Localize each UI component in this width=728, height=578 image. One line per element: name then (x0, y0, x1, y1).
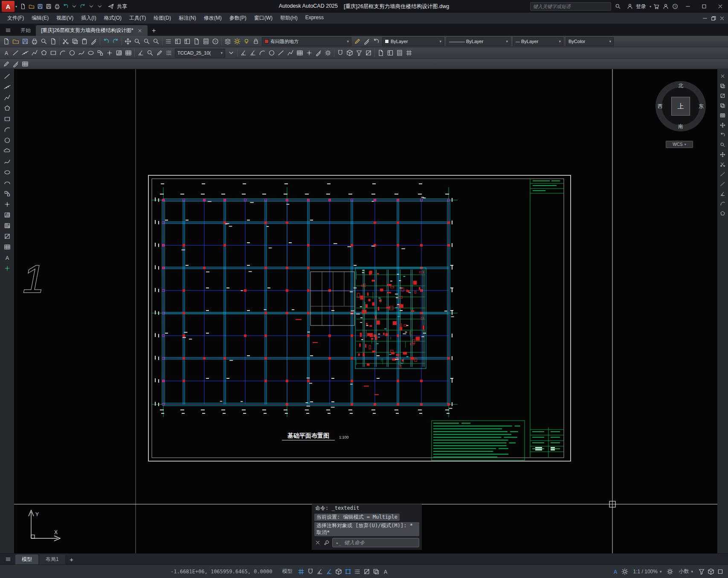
help-icon[interactable]: ? (671, 2, 679, 11)
menu-item[interactable]: 文件(F) (3, 15, 28, 22)
polyline-icon[interactable] (2, 93, 12, 102)
edit-polyline-icon[interactable] (2, 59, 11, 68)
dynamic-input-icon[interactable]: A (381, 567, 390, 576)
menu-item[interactable]: 标注(N) (175, 15, 200, 22)
zoom-window-icon[interactable] (142, 37, 151, 46)
snap-mode-icon[interactable] (306, 567, 315, 576)
layer-previous-icon[interactable] (371, 37, 381, 46)
tab-layout1[interactable]: 布局1 (39, 555, 65, 564)
compass-up-face[interactable]: 上 (671, 97, 690, 116)
properties-icon[interactable] (164, 37, 173, 46)
fillet-icon[interactable] (719, 199, 727, 208)
tab-close-icon[interactable] (137, 28, 142, 33)
app-menu-caret-icon[interactable]: ▾ (15, 5, 17, 9)
qopen-icon[interactable] (27, 2, 36, 11)
object-snap-icon[interactable] (344, 567, 352, 576)
qsave-icon[interactable] (36, 2, 44, 11)
doc-restore-icon[interactable] (709, 14, 718, 23)
erase-icon[interactable] (719, 72, 727, 80)
menu-item[interactable]: 修改(M) (200, 15, 226, 22)
ellipse-icon[interactable] (86, 49, 96, 58)
rectangle-icon[interactable] (49, 49, 58, 58)
design-center-icon[interactable] (173, 37, 183, 46)
dim-list-icon[interactable] (164, 49, 174, 58)
menu-item[interactable]: 插入(I) (77, 15, 100, 22)
undo-icon[interactable] (102, 37, 111, 46)
tab-document[interactable]: [重庆]26层框支剪力墙商住楼结构设计图* (36, 25, 148, 36)
dim-quick-icon[interactable] (145, 49, 155, 58)
tab-model[interactable]: 模型 (15, 555, 38, 564)
arc-icon[interactable] (58, 49, 67, 58)
insert-block-icon[interactable] (96, 49, 105, 58)
annotation-visibility-icon[interactable]: A (611, 567, 620, 576)
stretch-icon[interactable] (719, 150, 727, 159)
annotation-scale-button[interactable]: 1:1 / 100% ▾ (630, 567, 665, 576)
account-icon[interactable] (661, 2, 670, 11)
trim-icon[interactable] (719, 160, 727, 168)
tool-palettes-icon[interactable] (183, 37, 192, 46)
publish-icon[interactable] (49, 37, 58, 46)
hatch-icon[interactable] (2, 210, 12, 220)
transparency-icon[interactable] (363, 567, 371, 576)
point-icon[interactable] (2, 200, 12, 209)
polygon-icon[interactable] (39, 49, 49, 58)
explode-icon[interactable] (719, 209, 727, 218)
multiline-text-icon[interactable]: A (2, 253, 12, 262)
point-icon[interactable] (105, 49, 114, 58)
redo-icon[interactable] (111, 37, 120, 46)
save-as-icon[interactable] (44, 2, 53, 11)
drawing-canvas[interactable]: 基础平面布置图1:1001YX 北 南 西 东 上 WCS ▾ 命令: _tex… (14, 69, 717, 553)
search-input[interactable] (533, 4, 608, 9)
compass-east-label[interactable]: 东 (699, 103, 704, 110)
move-icon[interactable] (719, 121, 727, 129)
dim-angular-icon[interactable] (248, 49, 258, 58)
customization-icon[interactable] (666, 567, 674, 576)
polygon-icon[interactable] (2, 104, 12, 113)
help-icon[interactable]: ? (211, 37, 220, 46)
match-layer-icon[interactable] (362, 37, 371, 46)
app-logo[interactable]: A (2, 1, 15, 12)
doc-close-icon[interactable] (718, 14, 726, 23)
sheet-set-manager-icon[interactable] (192, 37, 201, 46)
selection-cycling-icon[interactable] (372, 567, 380, 576)
text-style-icon[interactable]: A (2, 49, 11, 58)
zoom-previous-icon[interactable] (151, 37, 161, 46)
plot-icon[interactable] (30, 37, 39, 46)
layer-walk-icon[interactable] (232, 37, 242, 46)
construction-line-icon[interactable] (20, 49, 30, 58)
paste-icon[interactable] (80, 37, 89, 46)
lineweight-display-icon[interactable] (353, 567, 362, 576)
copy-object-icon[interactable] (719, 81, 727, 90)
open-icon[interactable] (11, 37, 20, 46)
offset-icon[interactable] (719, 101, 727, 110)
arc-icon[interactable] (2, 125, 12, 134)
menu-item[interactable]: 窗口(W) (250, 15, 276, 22)
menu-item[interactable]: 帮助(H) (276, 15, 302, 22)
quick-calc-icon[interactable] (201, 37, 211, 46)
new-icon[interactable] (2, 37, 11, 46)
gradient-icon[interactable] (2, 221, 12, 230)
redo-flyout-icon[interactable] (87, 2, 96, 11)
dim-linear-icon[interactable] (136, 49, 145, 58)
region-icon[interactable] (2, 232, 12, 241)
search-icon[interactable] (614, 2, 622, 11)
qundo-icon[interactable] (61, 2, 70, 11)
units-button[interactable]: 小数 ▾ (676, 567, 696, 576)
cut-icon[interactable] (61, 37, 70, 46)
circle-icon[interactable] (2, 136, 12, 145)
menu-item[interactable]: 工具(T) (125, 15, 150, 22)
menu-item[interactable]: 编辑(E) (28, 15, 52, 22)
dimstyle-flyout-icon[interactable] (226, 49, 236, 58)
polar-tracking-icon[interactable] (325, 567, 334, 576)
divide-icon[interactable] (2, 264, 12, 273)
line-icon[interactable] (2, 72, 12, 81)
layer-on-icon[interactable] (242, 37, 251, 46)
layer-properties-icon[interactable] (223, 37, 232, 46)
doc-minimize-icon[interactable] (701, 14, 709, 23)
signin-caret-icon[interactable]: ▾ (650, 5, 651, 9)
command-customize-icon[interactable] (323, 539, 330, 546)
line-icon[interactable] (11, 49, 20, 58)
wcs-selector[interactable]: WCS ▾ (666, 141, 693, 148)
circle-icon[interactable] (67, 49, 77, 58)
qplot-icon[interactable] (53, 2, 61, 11)
